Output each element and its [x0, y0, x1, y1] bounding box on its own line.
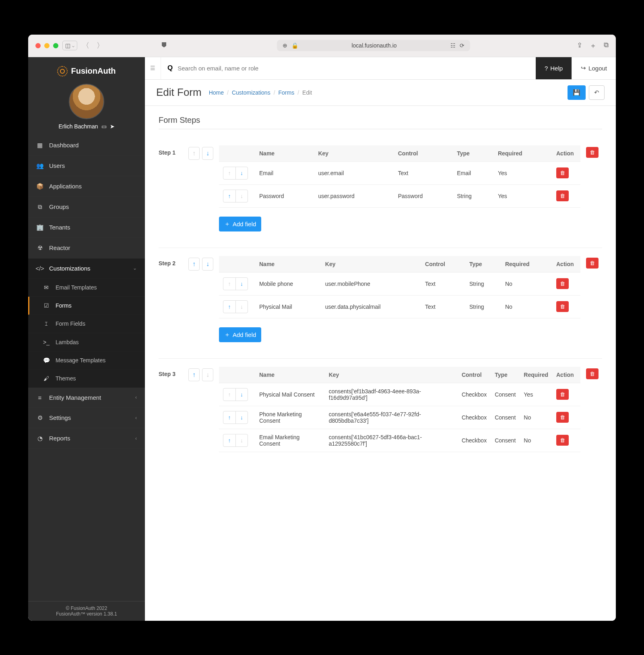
nav-icon: ▦: [36, 142, 43, 149]
sidebar-item-groups[interactable]: ⧉Groups: [28, 197, 145, 217]
sidebar-item-label: Tenants: [49, 224, 70, 231]
delete-field-button[interactable]: 🗑: [556, 435, 569, 446]
save-button[interactable]: 💾: [568, 85, 586, 100]
field-move-down-button[interactable]: ↓: [235, 278, 248, 290]
sidebar-subitem-email-templates[interactable]: ✉Email Templates: [28, 279, 145, 297]
cell-type: Email: [453, 161, 494, 184]
maximize-window-icon[interactable]: [53, 43, 58, 48]
site-settings-icon[interactable]: ⊕: [283, 42, 287, 49]
nav-icon: 𝙸: [43, 320, 50, 327]
back-button[interactable]: ↶: [589, 85, 605, 100]
field-move-up-button[interactable]: ↑: [223, 434, 235, 446]
step-block: Step 3↑↓ Name Key Control Type Required …: [159, 358, 602, 452]
sidebar-item-users[interactable]: 👥Users: [28, 156, 145, 176]
tabs-icon[interactable]: ⧉: [604, 41, 609, 50]
cell-required: Yes: [520, 383, 552, 406]
cell-required: Yes: [494, 184, 552, 207]
delete-field-button[interactable]: 🗑: [556, 167, 569, 178]
sidebar-subitem-forms[interactable]: ☑Forms: [28, 297, 145, 315]
reload-icon[interactable]: ⟳: [460, 42, 464, 49]
col-type: Type: [491, 367, 520, 383]
cell-name: Physical Mail Consent: [255, 383, 325, 406]
sidebar-item-settings[interactable]: ⚙Settings‹: [28, 408, 145, 428]
sidebar-item-dashboard[interactable]: ▦Dashboard: [28, 135, 145, 156]
help-button[interactable]: ? Help: [536, 57, 572, 79]
close-window-icon[interactable]: [35, 43, 41, 48]
browser-sidebar-toggle[interactable]: ◫ ⌵: [62, 41, 77, 50]
nav-back-button[interactable]: 〈: [80, 40, 92, 51]
add-field-button[interactable]: ＋Add field: [219, 327, 261, 342]
cell-type: String: [465, 272, 501, 295]
field-move-up-button[interactable]: ↑: [223, 411, 235, 424]
sidebar-subitem-themes[interactable]: 🖌Themes: [28, 370, 145, 388]
logout-button[interactable]: ↪ Logout: [572, 57, 616, 79]
user-profile[interactable]: Erlich Bachman ▭ ➤: [28, 84, 145, 135]
sidebar-subitem-message-templates[interactable]: 💬Message Templates: [28, 351, 145, 370]
breadcrumb-home[interactable]: Home: [209, 89, 224, 96]
delete-field-button[interactable]: 🗑: [556, 412, 569, 423]
sidebar-item-applications[interactable]: 📦Applications: [28, 176, 145, 197]
delete-field-button[interactable]: 🗑: [556, 301, 569, 312]
fields-table: Name Key Control Type Required Action ↑↓…: [219, 256, 580, 318]
page-header: Edit Form Home/Customizations/Forms/Edit…: [145, 80, 616, 106]
sidebar-item-reports[interactable]: ◔Reports‹: [28, 428, 145, 449]
id-card-icon[interactable]: ▭: [101, 123, 107, 130]
delete-field-button[interactable]: 🗑: [556, 190, 569, 201]
sidebar-item-label: Reactor: [49, 244, 70, 251]
nav-icon: 📦: [36, 183, 43, 190]
nav-icon: ✉: [43, 284, 50, 291]
chevron-left-icon: ‹: [135, 395, 137, 400]
copyright: © FusionAuth 2022: [32, 605, 141, 611]
col-required: Required: [501, 256, 552, 273]
cell-key: consents['41bc0627-5df3-466a-bac1-a12925…: [325, 429, 458, 452]
search-input[interactable]: [178, 65, 529, 72]
field-move-up-button[interactable]: ↑: [223, 190, 235, 202]
field-move-down-button[interactable]: ↓: [235, 411, 248, 424]
brand[interactable]: FusionAuth: [28, 57, 145, 84]
delete-field-button[interactable]: 🗑: [556, 278, 569, 289]
url-bar[interactable]: ⊕ 🔒 local.fusionauth.io ☷ ⟳: [277, 40, 470, 51]
step-move-up-button[interactable]: ↑: [188, 258, 200, 271]
table-row: ↑↓ Phone Marketing Consent consents['e6a…: [219, 406, 580, 429]
add-field-label: Add field: [233, 331, 256, 338]
sidebar-item-entity-management[interactable]: ≡Entity Management‹: [28, 388, 145, 408]
step-move-down-button[interactable]: ↓: [202, 147, 213, 160]
col-action: Action: [552, 367, 580, 383]
sidebar-item-tenants[interactable]: 🏢Tenants: [28, 217, 145, 238]
sidebar-subitem-lambdas[interactable]: >_Lambdas: [28, 333, 145, 351]
logout-label: Logout: [588, 65, 607, 72]
step-move-up-button[interactable]: ↑: [188, 368, 200, 381]
step-reorder: ↑↓: [188, 367, 213, 452]
logout-icon: ↪: [581, 64, 586, 72]
reader-icon[interactable]: ☷: [450, 42, 456, 49]
field-move-down-button[interactable]: ↓: [235, 167, 248, 179]
sidebar-item-reactor[interactable]: ☢Reactor: [28, 238, 145, 258]
cell-key: consents['e6a4e555-f037-4e77-92fd-d805bd…: [325, 406, 458, 429]
sidebar-collapse-button[interactable]: ☰: [145, 57, 161, 79]
delete-field-button[interactable]: 🗑: [556, 389, 569, 400]
field-move-up-button[interactable]: ↑: [223, 301, 235, 313]
cell-required: No: [501, 295, 552, 318]
cell-control: Text: [421, 272, 465, 295]
minimize-window-icon[interactable]: [44, 43, 50, 48]
sidebar-item-customizations[interactable]: </>Customizations⌄: [28, 258, 145, 279]
delete-step-button[interactable]: 🗑: [586, 368, 599, 379]
col-required: Required: [494, 145, 552, 162]
step-move-up-button: ↑: [188, 147, 200, 160]
new-tab-icon[interactable]: ＋: [590, 41, 597, 50]
chevron-down-icon: ⌵: [72, 43, 74, 48]
sidebar-item-label: Customizations: [49, 265, 91, 272]
delete-step-button[interactable]: 🗑: [586, 258, 599, 269]
breadcrumb-forms[interactable]: Forms: [279, 89, 295, 96]
shield-icon[interactable]: ⛊: [159, 42, 170, 49]
step-move-down-button[interactable]: ↓: [202, 258, 213, 271]
nav-forward-button[interactable]: 〉: [94, 40, 106, 51]
sidebar-subitem-form-fields[interactable]: 𝙸Form Fields: [28, 315, 145, 333]
field-move-down-button[interactable]: ↓: [235, 388, 248, 401]
location-icon[interactable]: ➤: [110, 123, 115, 130]
share-icon[interactable]: ⇪: [577, 41, 582, 50]
delete-step-button[interactable]: 🗑: [586, 147, 599, 158]
breadcrumb-customizations[interactable]: Customizations: [232, 89, 270, 96]
add-field-button[interactable]: ＋Add field: [219, 217, 261, 231]
nav-icon: ⧉: [36, 203, 43, 211]
